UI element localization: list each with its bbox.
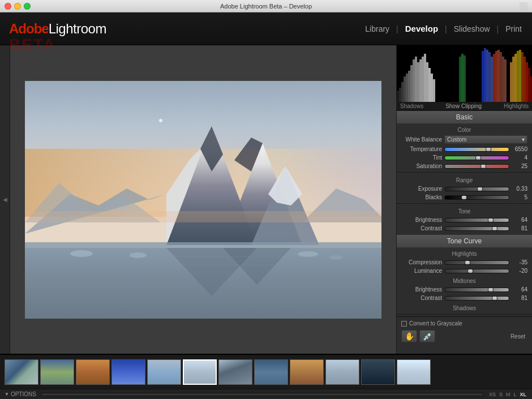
title-bar: Adobe Lightroom Beta – Develop xyxy=(0,0,532,12)
filmstrip-thumb-9[interactable] xyxy=(290,359,324,385)
logo-beta-text: BETA xyxy=(9,36,55,54)
brightness-row: Brightness 64 xyxy=(397,216,532,224)
svg-rect-40 xyxy=(428,68,431,102)
exposure-thumb[interactable] xyxy=(477,187,483,191)
tc-contrast-label: Contrast xyxy=(401,295,442,301)
wb-dropdown[interactable]: Custom ▾ xyxy=(444,135,527,144)
options-button[interactable]: ▼ OPTIONS xyxy=(5,391,36,397)
svg-rect-34 xyxy=(415,57,417,102)
tc-contrast-slider[interactable] xyxy=(444,296,509,301)
filmstrip-thumbs xyxy=(0,355,532,389)
logo-adobe: Adobe xyxy=(9,21,49,37)
exposure-label: Exposure xyxy=(401,186,442,192)
svg-rect-60 xyxy=(517,51,519,102)
histogram-graph xyxy=(397,45,532,102)
tint-thumb[interactable] xyxy=(475,156,481,160)
contrast-label: Contrast xyxy=(401,225,442,231)
luminance-label: Luminance xyxy=(401,268,442,274)
svg-rect-52 xyxy=(495,51,497,102)
size-l-button[interactable]: L xyxy=(512,392,517,397)
filmstrip-thumb-8[interactable] xyxy=(254,359,288,385)
brightness-slider[interactable] xyxy=(444,218,509,222)
nav-develop[interactable]: Develop xyxy=(404,22,439,36)
tc-brightness-value: 64 xyxy=(512,286,527,293)
blacks-slider[interactable] xyxy=(444,195,509,200)
compression-slider[interactable] xyxy=(444,260,509,265)
svg-rect-27 xyxy=(399,88,401,102)
size-m-button[interactable]: M xyxy=(505,392,512,397)
basic-panel-header[interactable]: Basic xyxy=(397,111,532,124)
contrast-value: 81 xyxy=(512,225,527,231)
tc-brightness-row: Brightness 64 xyxy=(397,285,532,294)
filmstrip-thumb-1[interactable] xyxy=(5,359,38,385)
app-logo: BETA Adobe Lightroom xyxy=(9,21,364,37)
brightness-label: Brightness xyxy=(401,217,442,223)
size-xl-button[interactable]: XL xyxy=(518,392,527,397)
contrast-thumb[interactable] xyxy=(492,226,497,231)
tone-group-label: Tone xyxy=(397,205,532,216)
minimize-button[interactable] xyxy=(14,3,21,10)
size-s-button[interactable]: S xyxy=(498,392,504,397)
filmstrip-scrollbar[interactable] xyxy=(41,393,483,396)
temperature-thumb[interactable] xyxy=(486,147,491,152)
hand-tool-button[interactable]: ✋ xyxy=(401,330,417,342)
filmstrip-thumb-4[interactable] xyxy=(111,359,145,385)
temperature-slider[interactable] xyxy=(444,147,509,152)
tc-highlights-label: Highlights xyxy=(397,248,532,258)
filmstrip-thumb-6[interactable] xyxy=(183,359,217,385)
nav-print[interactable]: Print xyxy=(504,22,523,36)
maximize-button[interactable] xyxy=(24,3,31,10)
saturation-slider[interactable] xyxy=(444,164,509,169)
resize-handle[interactable] xyxy=(520,2,527,10)
filmstrip-thumb-11[interactable] xyxy=(361,359,395,385)
svg-point-19 xyxy=(70,250,93,257)
svg-rect-54 xyxy=(500,52,502,102)
svg-rect-53 xyxy=(497,50,500,102)
tc-brightness-thumb[interactable] xyxy=(488,288,494,292)
filmstrip-bar: ▼ OPTIONS XS S M L XL xyxy=(0,389,532,399)
svg-point-23 xyxy=(159,119,162,122)
blacks-row: Blacks 5 xyxy=(397,193,532,201)
compression-thumb[interactable] xyxy=(465,260,470,265)
saturation-thumb[interactable] xyxy=(480,164,486,169)
saturation-label: Saturation xyxy=(401,163,442,169)
filmstrip-thumb-10[interactable] xyxy=(325,359,359,385)
svg-rect-36 xyxy=(419,59,422,102)
luminance-thumb[interactable] xyxy=(467,269,473,273)
nav-library[interactable]: Library xyxy=(364,22,391,36)
tc-shadows-label: Shadows xyxy=(397,302,532,312)
tone-curve-panel-header[interactable]: Tone Curve xyxy=(397,235,532,248)
reset-button[interactable]: Reset xyxy=(508,332,527,341)
luminance-slider[interactable] xyxy=(444,269,509,273)
svg-rect-63 xyxy=(524,57,526,102)
left-panel-toggle[interactable]: ◀ xyxy=(3,196,7,203)
grayscale-checkbox-box[interactable] xyxy=(401,321,407,327)
size-xs-button[interactable]: XS xyxy=(488,392,497,397)
filmstrip-thumb-3[interactable] xyxy=(76,359,110,385)
contrast-slider[interactable] xyxy=(444,226,509,231)
grayscale-checkbox[interactable]: Convert to Grayscale xyxy=(401,320,462,327)
tint-label: Tint xyxy=(401,155,442,161)
svg-rect-46 xyxy=(488,52,491,102)
brightness-thumb[interactable] xyxy=(488,218,494,222)
nav-slideshow[interactable]: Slideshow xyxy=(453,22,491,36)
left-panel: ◀ xyxy=(0,45,10,354)
histogram xyxy=(397,45,532,102)
filmstrip-thumb-5[interactable] xyxy=(147,359,181,385)
tc-brightness-slider[interactable] xyxy=(444,288,509,292)
tool-buttons: ✋ 💉 xyxy=(401,330,435,342)
tc-contrast-thumb[interactable] xyxy=(492,296,497,301)
tint-slider[interactable] xyxy=(444,156,509,160)
filmstrip-thumb-7[interactable] xyxy=(218,359,252,385)
blacks-thumb[interactable] xyxy=(461,195,467,200)
hand-icon: ✋ xyxy=(405,332,414,341)
show-clipping-button[interactable]: Show Clipping xyxy=(445,103,482,109)
close-button[interactable] xyxy=(5,3,11,10)
filmstrip-thumb-12[interactable] xyxy=(397,359,431,385)
divider-3 xyxy=(397,314,532,315)
temperature-row: Temperature 6550 xyxy=(397,145,532,153)
filmstrip-thumb-2[interactable] xyxy=(40,359,74,385)
grayscale-label: Convert to Grayscale xyxy=(409,320,462,327)
exposure-slider[interactable] xyxy=(444,187,509,191)
eyedropper-button[interactable]: 💉 xyxy=(419,330,435,342)
